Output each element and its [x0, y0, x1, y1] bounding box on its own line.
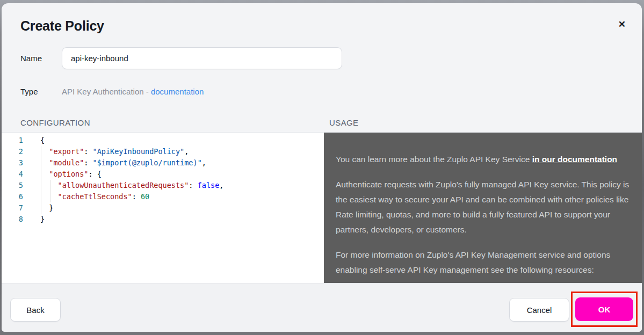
indent-guide: [50, 180, 50, 202]
indent-guide: [41, 146, 41, 214]
dialog-title: Create Policy: [20, 18, 623, 34]
usage-paragraph-2: Authenticate requests with Zuplo's fully…: [336, 177, 633, 237]
line-number: 1: [2, 135, 23, 146]
usage-paragraph-3: For more information on Zuplo's API Key …: [336, 247, 633, 278]
type-text: API Key Authentication -: [62, 87, 151, 96]
dialog-footer: Back Cancel OK: [2, 283, 642, 332]
name-row: Name: [2, 47, 642, 69]
configuration-header-cell: CONFIGURATION: [2, 118, 324, 128]
usage-header-cell: USAGE: [324, 118, 642, 128]
back-button[interactable]: Back: [10, 298, 61, 322]
name-label: Name: [20, 54, 62, 63]
type-row: Type API Key Authentication - documentat…: [2, 83, 642, 99]
in-our-documentation-link[interactable]: in our documentation: [532, 155, 617, 164]
section-header-band: CONFIGURATION USAGE: [2, 114, 642, 133]
documentation-link[interactable]: documentation: [151, 87, 204, 96]
line-number: 7: [2, 202, 23, 214]
usage-p1-text: You can learn more about the Zuplo API K…: [336, 155, 532, 164]
create-policy-dialog: Create Policy ✕ Name Type API Key Authen…: [2, 3, 642, 332]
line-number: 4: [2, 169, 23, 180]
usage-section-label: USAGE: [329, 118, 359, 127]
line-number: 2: [2, 146, 23, 157]
cancel-button[interactable]: Cancel: [509, 298, 569, 322]
line-number: 5: [2, 180, 23, 191]
line-number: 6: [2, 191, 23, 202]
code-line: 8}: [2, 214, 324, 225]
ok-annotation-box: OK: [571, 292, 638, 327]
ok-button[interactable]: OK: [575, 297, 633, 321]
usage-panel: You can learn more about the Zuplo API K…: [324, 133, 642, 283]
close-icon[interactable]: ✕: [617, 18, 627, 31]
dialog-header: Create Policy ✕: [2, 3, 642, 34]
code-line: 7 }: [2, 202, 324, 214]
configuration-code-editor[interactable]: 1{2 "export": "ApiKeyInboundPolicy",3 "m…: [2, 133, 324, 283]
usage-paragraph-1: You can learn more about the Zuplo API K…: [336, 152, 633, 167]
code-line: 2 "export": "ApiKeyInboundPolicy",: [2, 146, 324, 157]
code-line: 1{: [2, 135, 324, 146]
name-input[interactable]: [62, 47, 342, 69]
type-label: Type: [20, 87, 62, 96]
configuration-section-label: CONFIGURATION: [20, 118, 90, 127]
code-line: 3 "module": "$import(@zuplo/runtime)",: [2, 157, 324, 169]
code-line: 4 "options": {: [2, 169, 324, 180]
content-row: 1{2 "export": "ApiKeyInboundPolicy",3 "m…: [2, 133, 642, 283]
line-number: 3: [2, 157, 23, 169]
line-number: 8: [2, 214, 23, 225]
type-value: API Key Authentication - documentation: [62, 87, 204, 96]
